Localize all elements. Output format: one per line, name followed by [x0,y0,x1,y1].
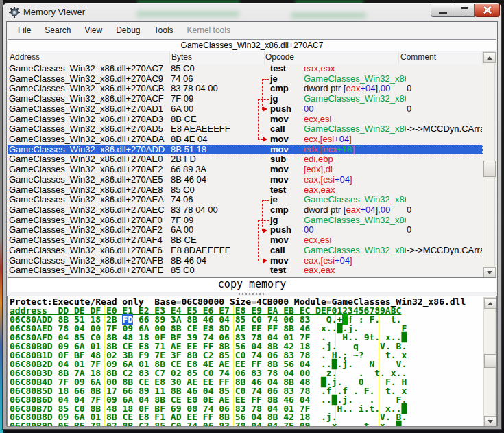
menu-item-kernel-tools: Kernel tools [180,25,237,35]
column-header-bytes[interactable]: Bytes [170,51,265,64]
disasm-row[interactable]: GameClasses_Win32_x86.dll+270AD5E8 AEAEE… [8,124,483,134]
hex-scrollbar[interactable] [483,297,496,426]
disasm-row[interactable]: GameClasses_Win32_x86.dll+270AEA74 06jeG… [8,195,483,205]
scrollbar-thumb[interactable] [484,354,496,368]
disasm-row[interactable]: GameClasses_Win32_x86.dll+270ADD8B 51 18… [8,145,483,155]
disasm-row[interactable]: GameClasses_Win32_x86.dll+270AE885 C0tes… [8,185,483,196]
hex-row[interactable]: 06C80B3D 8B 7A 18 8B C2 83 C7 02 85 C0 7… [10,368,407,377]
jump-line [258,220,259,261]
hex-row[interactable]: 06C80AFD 04 85 C0 8B 48 18 0F BF 39 74 0… [10,333,407,342]
disasm-row[interactable]: GameClasses_Win32_x86.dll+270AE58B 46 04… [8,175,483,185]
disasm-row[interactable]: GameClasses_Win32_x86.dll+270AD16A 00pus… [8,104,483,115]
menu-item-tools[interactable]: Tools [147,25,180,35]
arrow-down-icon [487,271,492,274]
caption-buttons [431,4,500,17]
jump-line [258,220,269,221]
hex-row[interactable]: 06C80B6D 04 04 7F 09 6A 04 8B CE E8 0E A… [10,395,407,404]
minimize-icon [439,12,447,14]
jump-line [262,79,263,109]
disasm-row[interactable]: GameClasses_Win32_x86.dll+270AE02B FDsub… [8,154,483,165]
hex-row[interactable]: 06C80B1D 0F BF 48 02 3B F9 7E 3F 8B C2 8… [10,351,407,360]
hex-row[interactable]: 06C80AED 78 04 00 7F 09 6A 00 8B CE E8 8… [10,324,407,333]
minimize-button[interactable] [431,4,455,17]
hex-row[interactable]: 06C80B0D 09 6A 01 8B CE E8 71 AE EE FF 8… [10,342,407,351]
jump-line [263,137,267,142]
hex-row[interactable]: 06C80B5D 18 66 8B 17 66 89 11 8B 46 04 8… [10,386,407,395]
disasm-row[interactable]: GameClasses_Win32_x86.dll+270AD38B CEmov… [8,115,483,125]
hex-row[interactable]: 06C80B9D 0F BF 78 02 8B C2 85 C0 74 06 8… [10,421,407,427]
scrollbar-thumb[interactable] [483,161,496,177]
disasm-row[interactable]: GameClasses_Win32_x86.dll+270ACF7F 09jgG… [8,94,483,104]
menu-bar: File Search View Debug Tools Kernel tool… [7,22,497,38]
scroll-down-button[interactable] [483,267,496,278]
jump-line [262,200,263,231]
title-bar[interactable]: Memory Viewer [3,3,501,21]
close-button[interactable] [475,4,500,17]
scroll-up-button[interactable] [484,298,496,309]
jump-line [258,139,263,140]
maximize-button[interactable] [455,4,475,17]
hex-row[interactable]: 06C80B4D 7F 09 6A 00 8B CE E8 30 AE EE F… [10,377,407,386]
disasm-row[interactable]: GameClasses_Win32_x86.dll+270AEC83 78 04… [8,205,483,215]
column-header-opcode[interactable]: Opcode [265,51,399,64]
menu-item-search[interactable]: Search [38,25,77,35]
disasm-row[interactable]: GameClasses_Win32_x86.dll+270AF07F 09jgG… [8,215,483,226]
jump-line [263,106,267,112]
jump-line [262,79,269,80]
disasm-row[interactable]: GameClasses_Win32_x86.dll+270AF26A 00pus… [8,225,483,235]
jump-line [258,261,263,261]
column-header-comment[interactable]: Comment [399,51,483,64]
disasm-scrollbar[interactable] [483,51,495,279]
disasm-row[interactable]: GameClasses_Win32_x86.dll+270AC785 C0tes… [8,64,483,74]
disasm-row[interactable]: GameClasses_Win32_x86.dll+270ACB83 78 04… [8,84,483,94]
arrow-up-icon [487,56,492,60]
glass-reflection [136,11,239,17]
window-title: Memory Viewer [23,3,85,21]
disasm-list[interactable]: GameClasses_Win32_x86.dll+270AC785 C0tes… [8,64,483,276]
scroll-down-button[interactable] [484,416,496,427]
disasm-row[interactable]: GameClasses_Win32_x86.dll+270AFE85 C0tes… [8,266,483,276]
disasm-row[interactable]: GameClasses_Win32_x86.dll+270AC974 06jeG… [8,74,483,84]
jump-line [263,258,267,264]
hex-row[interactable]: 06C80B2D 04 01 7F 09 6A 01 8B CE E8 4E A… [10,360,407,368]
column-header-address[interactable]: Address [8,51,170,64]
arrow-down-icon [488,420,493,423]
disasm-row[interactable]: GameClasses_Win32_x86.dll+270AF48B CEmov… [8,235,483,246]
jump-line [258,99,269,100]
scroll-up-button[interactable] [483,52,496,63]
menu-item-debug[interactable]: Debug [109,25,147,35]
maximize-icon [461,7,468,12]
jump-line [262,200,269,201]
memory-viewer-window: Memory Viewer File Search View Debug Too… [3,3,501,429]
client-area: File Search View Debug Tools Kernel tool… [6,21,498,426]
arrow-up-icon [488,302,493,305]
glass-reflection [291,12,366,19]
disasm-row[interactable]: GameClasses_Win32_x86.dll+270AE266 89 3A… [8,165,483,175]
app-icon [9,7,20,18]
jump-line [258,99,259,139]
hex-panel[interactable]: Protect:Execute/Read only Base=06C80000 … [7,296,497,427]
jump-line [263,228,267,233]
disasm-row[interactable]: GameClasses_Win32_x86.dll+270AF6E8 8DAEE… [8,246,483,256]
disasm-column-headers: Address Bytes Opcode Comment [8,51,483,65]
disasm-row[interactable]: GameClasses_Win32_x86.dll+270ADA8B 4E 04… [8,134,483,145]
menu-item-view[interactable]: View [77,25,109,35]
disasm-row[interactable]: GameClasses_Win32_x86.dll+270AFB8B 46 04… [8,256,483,266]
splitter-handle[interactable] [239,293,266,295]
copy-memory-button[interactable]: copy memory [8,277,496,292]
address-bar[interactable]: GameClasses_Win32_x86.dll+270AC7 [8,39,496,51]
menu-item-file[interactable]: File [11,25,38,35]
